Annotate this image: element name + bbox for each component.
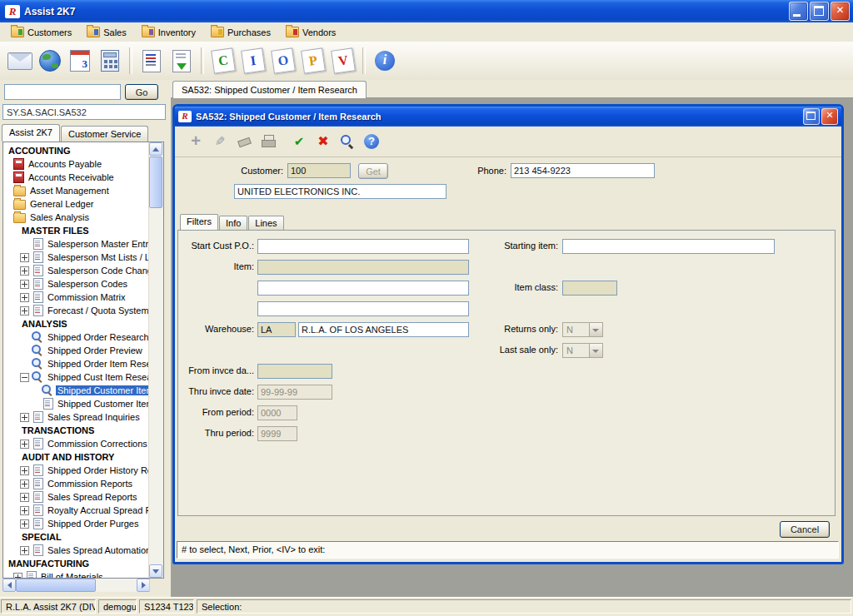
globe-icon[interactable] [35, 44, 65, 77]
menu-customers[interactable]: Customers [3, 22, 79, 42]
tree-item-salesperson-codes[interactable]: Salesperson Codes [3, 277, 149, 291]
window-close-button[interactable] [821, 108, 838, 125]
tree-item-shipped-order-purges[interactable]: Shipped Order Purges [3, 517, 149, 530]
close-button[interactable] [831, 2, 850, 21]
tab-info[interactable]: Info [219, 216, 247, 230]
schedule-icon[interactable]: 3 [65, 44, 95, 77]
plus-expander-icon[interactable] [20, 253, 29, 262]
go-button[interactable]: Go [125, 84, 158, 100]
import-icon[interactable] [167, 44, 197, 77]
cancel-x-icon[interactable] [312, 131, 334, 152]
phone-input[interactable] [511, 163, 655, 178]
tree-item-sales-spread-automation[interactable]: Sales Spread Automation [3, 544, 149, 557]
document-tab-sa532[interactable]: SA532: Shipped Customer / Item Research [172, 81, 367, 98]
search-input[interactable] [4, 84, 121, 100]
tree-item-accounts-receivable[interactable]: Accounts Receivable [3, 171, 149, 184]
from-period-input[interactable] [257, 405, 297, 420]
ok-icon[interactable] [288, 131, 310, 152]
tree-item-shipped-order-history-rep[interactable]: Shipped Order History Rep [3, 464, 149, 477]
scroll-down-icon[interactable] [149, 564, 162, 578]
returns-only-select[interactable]: N [562, 322, 603, 337]
start-cust-po-input[interactable] [257, 239, 469, 254]
tree-item-sales-analysis[interactable]: Sales Analysis [3, 211, 149, 224]
plus-expander-icon[interactable] [20, 306, 29, 315]
tree-item-commission-corrections[interactable]: Commission Corrections [3, 437, 149, 450]
sidebar-tab-customer-service[interactable]: Customer Service [61, 126, 148, 142]
plus-expander-icon[interactable] [20, 493, 29, 502]
tree-item-salesperson-code-change[interactable]: Salesperson Code Change [3, 264, 149, 277]
item-extra-input-1[interactable] [257, 281, 469, 296]
letter-i-icon[interactable]: I [238, 44, 268, 77]
warehouse-code-input[interactable] [257, 322, 296, 337]
tree-item-shipped-order-research[interactable]: Shipped Order Research [3, 330, 149, 344]
starting-item-input[interactable] [562, 239, 775, 254]
tree-item-sales-spread-inquiries[interactable]: Sales Spread Inquiries [3, 410, 149, 424]
add-icon[interactable] [185, 131, 207, 152]
plus-expander-icon[interactable] [20, 266, 29, 276]
letter-o-icon[interactable]: O [268, 44, 298, 77]
plus-expander-icon[interactable] [20, 280, 29, 289]
letter-v-icon[interactable]: V [328, 44, 358, 77]
tab-filters[interactable]: Filters [180, 214, 218, 230]
info-icon[interactable] [370, 44, 400, 77]
thru-invoice-date-input[interactable] [257, 385, 332, 400]
report-icon[interactable] [137, 44, 167, 77]
plus-expander-icon[interactable] [20, 413, 29, 422]
tree-item-shipped-customer-item[interactable]: Shipped Customer Item [3, 384, 149, 397]
plus-expander-icon[interactable] [20, 440, 29, 449]
item-input[interactable] [257, 260, 469, 275]
tree-item-shipped-cust-item-researc[interactable]: Shipped Cust Item Researc [3, 370, 149, 384]
window-maximize-button[interactable] [803, 108, 820, 125]
item-extra-input-2[interactable] [257, 301, 469, 316]
thru-period-input[interactable] [257, 426, 297, 441]
calculator-icon[interactable] [95, 44, 125, 77]
cancel-button[interactable]: Cancel [780, 521, 830, 538]
vscroll-thumb[interactable] [149, 156, 162, 208]
sidebar-tab-assist-2k7[interactable]: Assist 2K7 [2, 124, 60, 142]
tree-horizontal-scrollbar[interactable] [2, 579, 164, 592]
search-icon[interactable] [337, 131, 358, 152]
customer-name-input[interactable] [234, 184, 446, 199]
letter-p-icon[interactable]: P [298, 44, 328, 77]
plus-expander-icon[interactable] [20, 466, 29, 475]
tree-item-forecast-quota-system[interactable]: Forecast / Quota System [3, 304, 149, 317]
delete-icon[interactable] [233, 131, 255, 152]
tree-item-commission-reports[interactable]: Commission Reports [3, 477, 149, 490]
tree-item-bill-of-materials[interactable]: Bill of Materials [3, 570, 149, 578]
plus-expander-icon[interactable] [20, 546, 29, 555]
tab-lines[interactable]: Lines [248, 216, 283, 230]
plus-expander-icon[interactable] [20, 506, 29, 515]
tree-item-shipped-order-item-resear[interactable]: Shipped Order Item Resear [3, 357, 149, 370]
scroll-left-icon[interactable] [2, 579, 16, 592]
tree-item-shipped-order-preview[interactable]: Shipped Order Preview [3, 344, 149, 357]
edit-icon[interactable] [209, 131, 231, 152]
tree-item-asset-management[interactable]: Asset Management [3, 184, 149, 197]
tree-item-salesperson-master-entry[interactable]: Salesperson Master Entry [3, 237, 149, 251]
tree-item-general-ledger[interactable]: General Ledger [3, 197, 149, 211]
tree-item-commission-matrix[interactable]: Commission Matrix [3, 291, 149, 304]
help-icon[interactable] [361, 131, 382, 152]
last-sale-only-select[interactable]: N [562, 343, 603, 358]
tree-vertical-scrollbar[interactable] [148, 142, 163, 578]
mail-icon[interactable] [5, 44, 35, 77]
menu-purchases[interactable]: Purchases [203, 22, 278, 42]
tree-item-accounts-payable[interactable]: Accounts Payable [3, 157, 149, 171]
menu-sales[interactable]: Sales [79, 22, 134, 42]
program-code-field[interactable]: SY.SA.SACI.SA532 [2, 104, 166, 120]
scroll-right-icon[interactable] [137, 579, 150, 592]
menu-inventory[interactable]: Inventory [134, 22, 203, 42]
plus-expander-icon[interactable] [13, 573, 22, 579]
tree-item-royalty-accrual-spread-re[interactable]: Royalty Accrual Spread Re [3, 504, 149, 517]
tree-item-sales-spread-reports[interactable]: Sales Spread Reports [3, 490, 149, 504]
plus-expander-icon[interactable] [20, 479, 29, 489]
scroll-up-icon[interactable] [149, 142, 162, 156]
get-button[interactable]: Get [358, 163, 388, 179]
letter-c-icon[interactable]: C [208, 44, 238, 77]
plus-expander-icon[interactable] [20, 293, 29, 302]
warehouse-name-input[interactable] [298, 322, 469, 337]
maximize-button[interactable] [810, 2, 829, 21]
item-class-input[interactable] [562, 281, 617, 296]
print-icon[interactable] [257, 131, 279, 152]
tree-item-shipped-customer-item-tot[interactable]: Shipped Customer Item Tot [3, 397, 149, 410]
customer-input[interactable] [287, 163, 351, 178]
